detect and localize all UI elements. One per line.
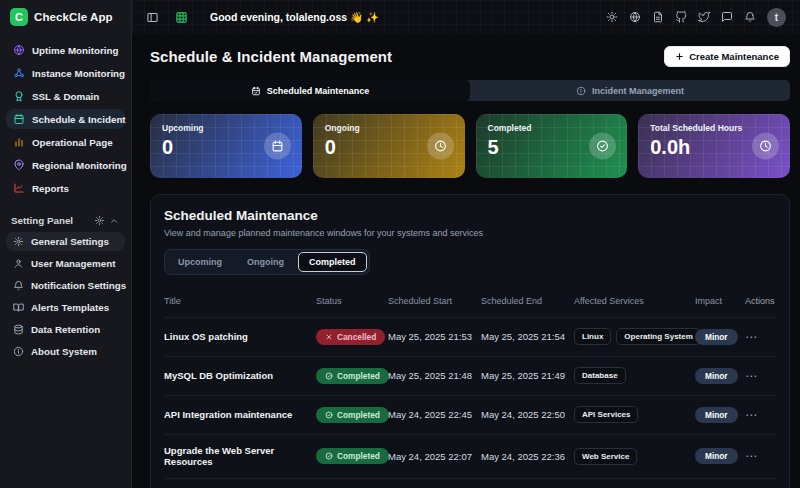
table-row: MySQL DB Optimization Completed May 25, … <box>164 356 776 395</box>
settings-item-label: Notification Settings <box>31 280 126 291</box>
sidebar-item-schedule-incident[interactable]: Schedule & Incident <box>6 109 125 129</box>
sidebar-item-uptime-monitoring[interactable]: Uptime Monitoring <box>6 40 125 60</box>
stat-label: Completed <box>488 123 616 133</box>
cell-scheduled-start: May 25, 2025 21:53 <box>388 331 481 342</box>
cell-actions: ⋯ <box>745 449 776 463</box>
column-header-scheduled-end: Scheduled End <box>481 296 574 306</box>
setting-panel-icons <box>94 215 119 226</box>
cell-title: MySQL DB Optimization <box>164 370 316 381</box>
page-content: Schedule & Incident Management Create Ma… <box>132 34 800 488</box>
bell-button[interactable] <box>744 11 756 23</box>
sidebar-item-instance-monitoring[interactable]: Instance Monitoring <box>6 63 125 83</box>
gear-icon <box>94 215 105 226</box>
row-actions-button[interactable]: ⋯ <box>745 449 758 463</box>
file-button[interactable] <box>652 11 664 23</box>
settings-item-alerts-templates[interactable]: Alerts Templates <box>6 298 125 317</box>
tab-scheduled-maintenance[interactable]: Scheduled Maintenance <box>150 80 470 101</box>
sidebar-item-operational-page[interactable]: Operational Page <box>6 132 125 152</box>
cell-impact: Minor <box>695 448 745 464</box>
row-actions-button[interactable]: ⋯ <box>745 330 758 344</box>
user-avatar[interactable]: t <box>767 8 786 27</box>
twitter-icon <box>698 11 710 23</box>
chevup-icon <box>109 216 119 226</box>
cell-affected-services: Web Service <box>574 448 695 465</box>
setting-panel-header[interactable]: Setting Panel <box>0 215 131 226</box>
table-row: API Integration maintenance Completed Ma… <box>164 395 776 434</box>
impact-badge: Minor <box>695 368 738 384</box>
page-title: Schedule & Incident Management <box>150 48 392 65</box>
status-badge: Completed <box>316 368 389 384</box>
row-actions-button[interactable]: ⋯ <box>745 408 758 422</box>
grid-button[interactable] <box>175 11 188 24</box>
filter-ongoing[interactable]: Ongoing <box>236 252 295 272</box>
filter-completed[interactable]: Completed <box>298 252 367 272</box>
sidebar-item-label: Reports <box>32 183 69 194</box>
bell-icon <box>744 11 756 23</box>
github-button[interactable] <box>675 11 687 23</box>
table-header-row: TitleStatusScheduled StartScheduled EndA… <box>164 288 776 317</box>
panel-button[interactable] <box>146 11 159 24</box>
stat-cards: Upcoming 0 Ongoing 0 Completed 5 Total S… <box>150 114 790 178</box>
app-title: CheckCle App <box>34 11 113 23</box>
tab-incident-management[interactable]: Incident Management <box>470 80 790 101</box>
bars-icon <box>13 136 25 148</box>
sun-button[interactable] <box>606 11 618 23</box>
main-area: Good evening, tolaleng.oss 👋 ✨ t Schedul… <box>132 0 800 488</box>
chart-icon <box>13 182 25 194</box>
settings-item-about-system[interactable]: About System <box>6 342 125 361</box>
topbar-left-icons <box>146 11 188 24</box>
cell-affected-services: API Services <box>574 406 695 423</box>
cell-scheduled-end: May 25, 2025 21:54 <box>481 331 574 342</box>
impact-badge: Minor <box>695 448 738 464</box>
app-logo[interactable]: C <box>10 8 28 26</box>
status-badge: Completed <box>316 448 389 464</box>
twitter-button[interactable] <box>698 11 710 23</box>
settings-item-label: About System <box>31 346 97 357</box>
cell-title: API Integration maintenance <box>164 409 316 420</box>
clock-icon <box>759 140 772 153</box>
settings-item-data-retention[interactable]: Data Retention <box>6 320 125 339</box>
cell-scheduled-end: May 24, 2025 22:36 <box>481 451 574 462</box>
pin-icon <box>13 159 25 171</box>
settings-item-notification-settings[interactable]: Notification Settings <box>6 276 125 295</box>
sidebar: C CheckCle App Uptime Monitoring Instanc… <box>0 0 132 488</box>
database-icon <box>13 324 24 335</box>
x-icon <box>325 333 333 341</box>
create-maintenance-button[interactable]: Create Maintenance <box>664 46 790 67</box>
cell-actions: ⋯ <box>745 330 776 344</box>
bell-icon <box>13 280 24 291</box>
info-icon <box>13 346 24 357</box>
sidebar-item-regional-monitoring[interactable]: Regional Monitoring <box>6 155 125 175</box>
calendar-icon <box>13 113 25 125</box>
globe-icon <box>13 44 25 56</box>
sidebar-item-ssl-domain[interactable]: SSL & Domain <box>6 86 125 106</box>
globe-button[interactable] <box>629 11 641 23</box>
calcheck-icon <box>251 86 261 96</box>
alert-icon <box>576 86 586 96</box>
cell-status: Completed <box>316 448 388 464</box>
filter-upcoming[interactable]: Upcoming <box>167 252 233 272</box>
chat-button[interactable] <box>721 11 733 23</box>
cell-affected-services: LinuxOperating System <box>574 328 695 345</box>
check-icon <box>325 411 333 419</box>
column-header-status: Status <box>316 296 388 306</box>
globe-icon <box>629 11 641 23</box>
impact-badge: Minor <box>695 329 738 345</box>
cell-scheduled-start: May 25, 2025 21:48 <box>388 370 481 381</box>
cell-title: Upgrade the Web Server Resources <box>164 445 316 467</box>
tab-label: Incident Management <box>592 86 684 96</box>
settings-item-user-management[interactable]: User Management <box>6 254 125 273</box>
row-actions-button[interactable]: ⋯ <box>745 369 758 383</box>
create-maintenance-label: Create Maintenance <box>689 51 779 62</box>
stat-card-upcoming: Upcoming 0 <box>150 114 302 178</box>
maintenance-table: TitleStatusScheduled StartScheduled EndA… <box>164 288 776 488</box>
settings-item-general-settings[interactable]: General Settings <box>6 232 125 251</box>
check-icon <box>325 452 333 460</box>
settings-item-label: General Settings <box>31 236 109 247</box>
cell-scheduled-end: May 24, 2025 22:50 <box>481 409 574 420</box>
sidebar-item-reports[interactable]: Reports <box>6 178 125 198</box>
cell-status: Completed <box>316 368 388 384</box>
service-tag: Linux <box>574 328 611 345</box>
service-tag: Operating System <box>616 328 700 345</box>
sidebar-item-label: Instance Monitoring <box>32 68 125 79</box>
